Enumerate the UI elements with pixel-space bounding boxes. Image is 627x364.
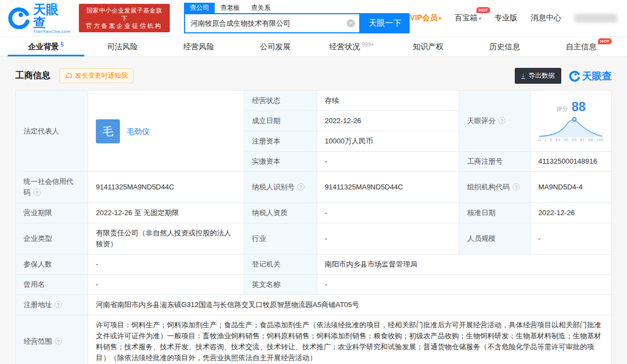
notify-on-change-button[interactable]: 发生变更时通知我 bbox=[59, 68, 134, 83]
value-business-status: 存续 bbox=[317, 91, 459, 111]
label-business-status: 经营状态 bbox=[244, 91, 317, 111]
search-tab-relation[interactable]: 查关系 bbox=[245, 3, 276, 14]
search-tab-company[interactable]: 查公司 bbox=[184, 3, 215, 14]
label-insured-count: 参保人数 bbox=[16, 255, 88, 275]
search-area: 查公司 查老板 查关系 × 天眼一下 bbox=[184, 3, 410, 33]
brand-domain: TianYanCha.com bbox=[33, 29, 71, 34]
tab-business-status[interactable]: 经营状况999+ bbox=[314, 37, 390, 56]
score-axis: 0151550658788100 bbox=[538, 137, 603, 142]
pro-version-menu-item[interactable]: 专业版 bbox=[494, 13, 517, 23]
label-establish-date: 成立日期 bbox=[244, 111, 317, 131]
legal-rep-avatar[interactable]: 毛 bbox=[96, 119, 120, 143]
value-org-code: MA9ND5D4-4 bbox=[531, 172, 612, 203]
page: 天眼查 TianYanCha.com 国家中小企业发展子基金旗下 官方备案企业征… bbox=[0, 0, 627, 364]
value-credit-code: 91411325MA9ND5D44C bbox=[88, 172, 244, 203]
user-account-blurred[interactable] bbox=[574, 14, 617, 22]
header-menu: VIP会员▾ 百宝箱▾HOT 专业版 消息中心 bbox=[410, 13, 619, 23]
value-taxpayer-id: 91411325MA9ND5D44C bbox=[317, 172, 459, 203]
tianyancha-logo-icon bbox=[569, 71, 580, 82]
value-paid-in-capital: - bbox=[317, 152, 459, 172]
label-registered-capital: 注册资本 bbox=[244, 131, 317, 152]
value-registered-capital: 10000万人民币 bbox=[317, 131, 459, 152]
tianyancha-logo[interactable]: 天眼查 TianYanCha.com bbox=[8, 3, 71, 34]
label-registered-address: 注册地址? bbox=[16, 295, 88, 315]
score-curve bbox=[538, 114, 603, 137]
bell-icon bbox=[65, 73, 72, 79]
search-button[interactable]: 天眼一下 bbox=[360, 13, 410, 33]
value-business-term: 2022-12-26 至 无固定期限 bbox=[88, 203, 244, 223]
tab-intellectual-property[interactable]: 知识产权 bbox=[390, 37, 467, 56]
tab-company-background[interactable]: 企业背景5 bbox=[8, 37, 84, 56]
legal-rep-link[interactable]: 毛劲仪 bbox=[126, 126, 149, 137]
label-credit-code: 统一社会信用代码? bbox=[16, 172, 88, 203]
tab-company-development[interactable]: 公司发展 bbox=[237, 37, 314, 56]
toolbox-menu-item[interactable]: 百宝箱▾HOT bbox=[455, 13, 481, 23]
tab-count: 5 bbox=[61, 42, 64, 48]
gov-certification-badge: 国家中小企业发展子基金旗下 官方备案企业征信机构 bbox=[79, 4, 170, 32]
export-data-button[interactable]: ↓ 导出数据 bbox=[515, 68, 562, 84]
label-taxpayer-id: 纳税人识别号? bbox=[244, 172, 317, 203]
value-establish-date: 2022-12-26 bbox=[317, 111, 459, 131]
value-business-scope: 许可项目：饲料生产；饲料添加剂生产；食品生产；食品添加剂生产（依法须经批准的项目… bbox=[88, 315, 612, 364]
value-staff-size: - bbox=[531, 223, 612, 255]
score-value: 88 bbox=[572, 100, 586, 113]
help-icon[interactable]: ? bbox=[513, 183, 520, 190]
label-legal-rep: 法定代表人 bbox=[16, 91, 88, 172]
value-registry-authority: 南阳市内乡县市场监督管理局 bbox=[317, 255, 612, 275]
label-registry-authority: 登记机关 bbox=[244, 255, 317, 275]
label-tianyan-score: 天眼评分? bbox=[459, 91, 531, 152]
label-business-term: 营业期限 bbox=[16, 203, 88, 223]
label-paid-in-capital: 实缴资本 bbox=[244, 152, 317, 172]
help-icon[interactable]: ? bbox=[55, 338, 62, 345]
value-taxpayer-quality: - bbox=[317, 203, 459, 223]
tianyancha-logo-icon bbox=[8, 7, 30, 29]
help-icon[interactable]: ? bbox=[55, 301, 62, 308]
section-title: 工商信息 bbox=[15, 70, 50, 82]
search-input-wrap: × bbox=[184, 13, 360, 33]
label-industry: 行业 bbox=[244, 223, 317, 255]
gov-badge-line1: 国家中小企业发展子基金旗下 bbox=[84, 7, 165, 22]
chevron-down-icon: ▾ bbox=[479, 15, 481, 21]
value-registration-number: 411325000148916 bbox=[531, 152, 612, 172]
label-former-name: 曾用名 bbox=[16, 275, 88, 295]
label-approval-date: 核准日期 bbox=[459, 203, 531, 223]
hot-badge: HOT bbox=[598, 38, 612, 44]
company-nav-tabs: 企业背景5 司法风险 经营风险 公司发展 经营状况999+ 知识产权 历史信息 … bbox=[0, 36, 627, 57]
value-company-type: 有限责任公司（非自然人投资或控股的法人独资） bbox=[88, 223, 244, 255]
search-tabs: 查公司 查老板 查关系 bbox=[184, 3, 410, 13]
top-header: 天眼查 TianYanCha.com 国家中小企业发展子基金旗下 官方备案企业征… bbox=[0, 0, 627, 36]
label-taxpayer-quality: 纳税人资质 bbox=[244, 203, 317, 223]
search-input[interactable] bbox=[185, 14, 359, 32]
value-insured-count: - bbox=[88, 255, 244, 275]
business-info-table: 法定代表人 毛 毛劲仪 经营状态 存续 天眼评分? 评分 88 bbox=[15, 90, 612, 364]
help-icon[interactable]: ? bbox=[498, 117, 505, 124]
label-registration-number: 工商注册号 bbox=[459, 152, 531, 172]
label-company-type: 企业类型 bbox=[16, 223, 88, 255]
tianyan-score-chart: 评分 88 0151550658788100 bbox=[531, 91, 612, 152]
vip-menu-item[interactable]: VIP会员▾ bbox=[410, 13, 441, 23]
tab-self-info[interactable]: 自主信息HOT bbox=[543, 37, 619, 56]
brand-name: 天眼查 bbox=[33, 3, 71, 29]
tab-judicial-risk[interactable]: 司法风险 bbox=[84, 37, 161, 56]
hot-badge: HOT bbox=[476, 7, 490, 13]
help-icon[interactable]: ? bbox=[33, 189, 41, 196]
main-content: 工商信息 发生变更时通知我 ↓ 导出数据 天眼查 bbox=[0, 57, 627, 364]
tab-operational-risk[interactable]: 经营风险 bbox=[160, 37, 237, 56]
section-bar: 工商信息 发生变更时通知我 ↓ 导出数据 天眼查 bbox=[15, 68, 612, 84]
help-icon[interactable]: ? bbox=[297, 183, 304, 190]
tab-count: 999+ bbox=[362, 42, 375, 48]
value-registered-address: 河南省南阳市内乡县湍东镇G312国道与长信路交叉口牧原智慧物流园A5商铺AT05… bbox=[88, 295, 612, 315]
message-center-menu-item[interactable]: 消息中心 bbox=[531, 13, 561, 23]
label-business-scope: 经营范围? bbox=[16, 315, 88, 364]
label-staff-size: 人员规模 bbox=[459, 223, 531, 255]
label-org-code: 组织机构代码? bbox=[459, 172, 531, 203]
tab-history-info[interactable]: 历史信息 bbox=[467, 37, 543, 56]
label-english-name: 英文名称 bbox=[244, 275, 317, 295]
chevron-down-icon: ▾ bbox=[439, 15, 441, 21]
legal-rep-cell: 毛 毛劲仪 bbox=[88, 91, 244, 172]
value-english-name: - bbox=[317, 275, 612, 295]
value-former-name: - bbox=[88, 275, 244, 295]
search-tab-boss[interactable]: 查老板 bbox=[215, 3, 245, 14]
gov-badge-line2: 官方备案企业征信机构 bbox=[84, 22, 165, 30]
value-approval-date: 2022-12-26 bbox=[531, 203, 612, 223]
